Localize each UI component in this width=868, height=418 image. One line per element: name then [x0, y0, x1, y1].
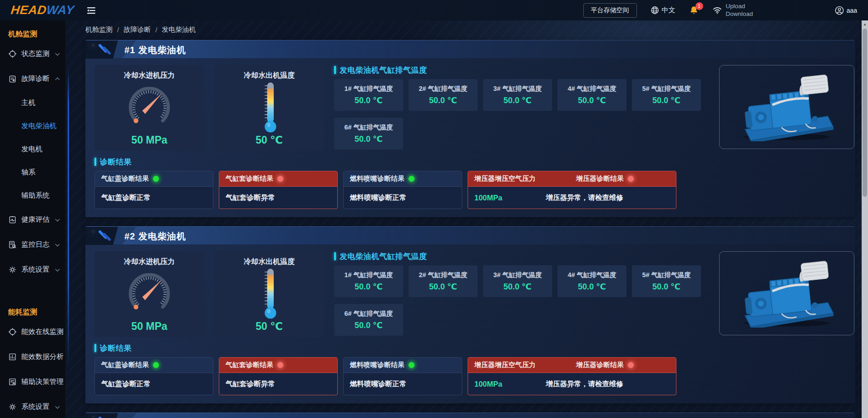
headway-logo[interactable]: HEADWAY	[10, 3, 75, 17]
cylinder-temp-value: 50.0 ℃	[652, 282, 681, 292]
chevron-icon	[55, 267, 60, 271]
pressure-gauge-card: 冷却水进机压力 50 MPa	[94, 251, 204, 337]
status-dot	[277, 362, 283, 368]
pressure-gauge-card: 冷却水进机压力 50 MPa	[94, 65, 204, 151]
language-selector[interactable]: 中文	[651, 6, 676, 15]
sidebar-item-能效在线监测[interactable]: 能效在线监测	[0, 319, 65, 344]
cylinder-temp-label: 3# 气缸排气温度	[493, 271, 542, 279]
gauge-value: 50 MPa	[131, 320, 167, 333]
sidebar-item-辅助决策管理[interactable]: 辅助决策管理	[0, 369, 65, 394]
cylinder-temp-label: 2# 气缸排气温度	[419, 85, 467, 93]
cylinder-temp-value: 50.0 ℃	[429, 95, 457, 105]
cylinder-temp-label: 1# 气缸排气温度	[344, 85, 393, 93]
pressure-gauge	[121, 267, 178, 314]
cylinder-temp-card: 3# 气缸排气温度 50.0 ℃	[483, 79, 552, 111]
gear-icon	[8, 265, 17, 274]
sidebar-collapse-icon[interactable]	[86, 6, 96, 15]
notification-bell[interactable]: 1	[689, 5, 699, 15]
thermometer-value: 50 ℃	[256, 320, 283, 333]
sidebar-subitem-轴系[interactable]: 轴系	[0, 161, 65, 184]
cylinder-temp-value: 50.0 ℃	[578, 282, 606, 292]
diagnosis-card: 气缸套诊断结果 气缸套诊断异常	[219, 357, 338, 395]
breadcrumb: 机舱监测/故障诊断/发电柴油机	[85, 25, 868, 34]
sidebar-item-故障诊断[interactable]: 故障诊断	[0, 66, 65, 91]
breadcrumb-item[interactable]: 故障诊断	[123, 25, 151, 34]
vertical-scrollbar[interactable]: ▲	[862, 20, 868, 418]
sidebar-subitem-发电柴油机[interactable]: 发电柴油机	[0, 114, 65, 138]
sidebar-item-label: 辅助决策管理	[21, 377, 64, 387]
sidebar-subitem-主机[interactable]: 主机	[0, 91, 65, 114]
cylinder-temp-card: 4# 气缸排气温度 50.0 ℃	[557, 79, 626, 111]
status-dot	[153, 362, 159, 368]
cylinder-temp-label: 5# 气缸排气温度	[642, 271, 690, 279]
thermometer	[253, 80, 286, 134]
cylinder-temp-label: 4# 气缸排气温度	[567, 85, 616, 93]
temperature-card: 冷却水出机温度	[214, 251, 324, 337]
sidebar-item-label: 状态监测	[21, 49, 51, 59]
scrollbar-thumb[interactable]	[863, 29, 867, 197]
sidebar-subitem-辅助系统[interactable]: 辅助系统	[0, 184, 65, 207]
upload-download-control[interactable]: Upload Download	[712, 3, 753, 17]
chart-analysis-icon	[8, 353, 17, 361]
decorative-accent-line	[68, 68, 69, 368]
chevron-icon	[55, 217, 60, 221]
logo-head: HEAD	[10, 3, 47, 17]
cylinder-temp-value: 50.0 ℃	[503, 95, 532, 105]
status-dot	[628, 362, 634, 368]
cylinder-temp-label: 1# 气缸排气温度	[344, 271, 393, 279]
panel-header: #3 发电柴油机	[85, 413, 855, 418]
upload-label: Upload	[726, 3, 753, 10]
diagnosis-card: 燃料喷嘴诊断结果 燃料喷嘴诊断正常	[343, 171, 462, 209]
sidebar-item-系统设置[interactable]: 系统设置	[0, 257, 65, 282]
sidebar-item-label: 能效数据分析	[21, 352, 64, 362]
gauge-title: 冷却水进机压力	[124, 257, 175, 267]
gear-icon	[8, 403, 17, 411]
cylinder-section-title: 发电柴油机气缸排气温度	[340, 251, 427, 262]
diagnosis-card-body: 气缸套诊断异常	[219, 187, 337, 209]
diagnosis-card-body: 气缸盖诊断正常	[95, 187, 213, 209]
engine-image-card	[719, 65, 854, 149]
diagnosis-card-body: 燃料喷嘴诊断正常	[344, 373, 462, 395]
user-avatar-icon	[835, 6, 844, 15]
platform-storage-button[interactable]: 平台存储空间	[583, 3, 637, 18]
diesel-engine-illustration	[730, 73, 844, 141]
sidebar-item-状态监测[interactable]: 状态监测	[0, 41, 65, 66]
breadcrumb-item[interactable]: 机舱监测	[85, 25, 113, 34]
sidebar-subitem-发电机[interactable]: 发电机	[0, 138, 65, 161]
user-menu[interactable]: aaa	[835, 6, 857, 15]
cylinder-temp-label: 4# 气缸排气温度	[567, 271, 616, 279]
cylinder-temp-card: 2# 气缸排气温度 50.0 ℃	[409, 79, 478, 111]
diagnosis-card-header: 燃料喷嘴诊断结果	[344, 171, 462, 187]
cylinder-temp-value: 50.0 ℃	[355, 95, 383, 105]
cylinder-temp-label: 2# 气缸排气温度	[419, 271, 467, 279]
diagnosis-card-header: 增压器增压空气压力 增压器诊断结果	[468, 171, 676, 187]
breadcrumb-item[interactable]: 发电柴油机	[162, 25, 196, 34]
sidebar: 机舱监测 状态监测 故障诊断 主机发电柴油机发电机轴系辅助系统 健康评估 监控日…	[0, 20, 65, 418]
sidebar-item-健康评估[interactable]: 健康评估	[0, 207, 65, 232]
cylinder-temp-card: 4# 气缸排气温度 50.0 ℃	[557, 265, 626, 297]
status-dot	[409, 362, 414, 368]
scrollbar-up-arrow[interactable]: ▲	[862, 20, 868, 28]
cylinder-section-title: 发电柴油机气缸排气温度	[340, 65, 427, 75]
diagnosis-section: 诊断结果 气缸盖诊断结果 气缸盖诊断正常 气缸套诊断结果 气缸套诊断异常 燃料喷…	[94, 157, 846, 209]
section-title-bar	[334, 66, 336, 74]
cylinder-temp-value: 50.0 ℃	[578, 95, 606, 105]
panel-header: #1 发电柴油机	[85, 40, 855, 58]
status-dot	[277, 176, 283, 182]
sidebar-item-系统设置[interactable]: 系统设置	[0, 394, 65, 418]
cylinder-temp-value: 50.0 ℃	[503, 282, 532, 292]
diagnosis-card-body: 气缸套诊断异常	[219, 373, 337, 395]
sidebar-section-header: 机舱监测	[0, 26, 65, 41]
sidebar-item-能效数据分析[interactable]: 能效数据分析	[0, 344, 65, 369]
sidebar-item-label: 健康评估	[21, 215, 51, 224]
download-label: Download	[726, 10, 753, 18]
sidebar-section-header: 能耗监测	[0, 304, 65, 319]
status-dot	[153, 176, 159, 182]
decision-doc-icon	[8, 378, 17, 386]
status-dot	[409, 176, 414, 182]
section-title-bar	[94, 344, 96, 352]
gauge-title: 冷却水进机压力	[124, 71, 175, 80]
sidebar-item-监控日志[interactable]: 监控日志	[0, 232, 65, 257]
alert-message: 增压器异常，请检查维修	[546, 379, 623, 389]
pressure-gauge	[121, 80, 178, 128]
